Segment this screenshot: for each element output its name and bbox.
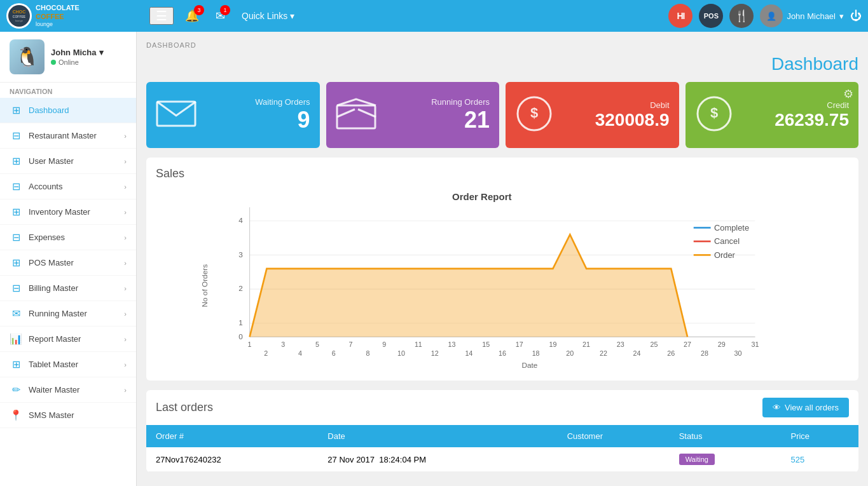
- svg-text:9: 9: [382, 341, 386, 348]
- sidebar-item-waiter-master[interactable]: ✏ Waiter Master ›: [0, 377, 136, 403]
- sidebar-item-label: Restaurant Master: [29, 131, 97, 140]
- tablet-master-icon: ⊞: [10, 358, 22, 370]
- sidebar-item-label: SMS Master: [29, 410, 74, 420]
- orders-header: Last orders 👁 View all orders: [146, 390, 858, 425]
- accounts-icon: ⊟: [10, 180, 22, 192]
- settings-gear-icon[interactable]: ⚙: [843, 87, 853, 101]
- svg-text:$: $: [710, 105, 717, 121]
- notifications-button[interactable]: 🔔 3: [180, 6, 204, 25]
- running-master-icon: ✉: [10, 307, 22, 320]
- user-master-icon: ⊞: [10, 155, 22, 167]
- svg-text:25: 25: [650, 341, 658, 348]
- svg-text:4: 4: [298, 349, 302, 357]
- customer-cell: [558, 447, 670, 472]
- sidebar-status: Online: [51, 58, 127, 66]
- sidebar-item-label: User Master: [29, 156, 74, 166]
- sidebar-item-label: Dashboard: [29, 105, 69, 115]
- svg-text:6: 6: [332, 349, 336, 357]
- debit-coin-icon: $: [515, 95, 553, 135]
- waiting-orders-label: Waiting Orders: [207, 97, 310, 107]
- sidebar-item-report-master[interactable]: 📊 Report Master ›: [0, 327, 136, 352]
- svg-text:Date: Date: [522, 361, 538, 370]
- status-dot: [51, 60, 56, 65]
- sidebar-item-expenses[interactable]: ⊟ Expenses ›: [0, 225, 136, 250]
- debit-card[interactable]: $ Debit 320008.9: [506, 82, 679, 148]
- sidebar-item-user-master[interactable]: ⊞ User Master ›: [0, 149, 136, 174]
- sidebar-user-info: John Micha ▾ Online: [51, 48, 127, 66]
- sidebar-item-label: POS Master: [29, 258, 74, 267]
- chevron-right-icon: ›: [124, 158, 127, 165]
- restaurant-icon-button[interactable]: 🍴: [729, 4, 754, 28]
- waiting-orders-card[interactable]: Waiting Orders 9: [146, 82, 320, 148]
- sidebar-item-tablet-master[interactable]: ⊞ Tablet Master ›: [0, 352, 136, 377]
- svg-text:$: $: [530, 105, 538, 121]
- sidebar-item-running-master[interactable]: ✉ Running Master ›: [0, 301, 136, 327]
- waiting-orders-value: 9: [207, 107, 310, 133]
- quick-links-button[interactable]: Quick Links ▾: [237, 8, 300, 24]
- sidebar-item-sms-master[interactable]: 📍 SMS Master: [0, 403, 136, 428]
- running-orders-card[interactable]: Running Orders 21: [326, 82, 500, 148]
- svg-text:Order: Order: [714, 250, 736, 260]
- svg-text:23: 23: [617, 341, 624, 348]
- running-orders-text: Running Orders 21: [387, 97, 490, 133]
- svg-text:3: 3: [238, 250, 243, 259]
- app-name-text: CHOCOLATE COFFEE lounge: [36, 4, 79, 27]
- svg-text:Complete: Complete: [714, 223, 749, 233]
- chevron-right-icon: ›: [124, 132, 127, 140]
- svg-text:16: 16: [499, 349, 506, 357]
- price-link[interactable]: 525: [790, 455, 804, 464]
- col-order-num: Order #: [146, 425, 318, 447]
- user-menu-button[interactable]: 👤 John Michael ▾: [760, 4, 844, 27]
- eye-icon: 👁: [773, 403, 781, 412]
- svg-text:24: 24: [633, 349, 641, 357]
- view-all-orders-button[interactable]: 👁 View all orders: [762, 398, 849, 417]
- sidebar-item-dashboard[interactable]: ⊞ Dashboard: [0, 98, 136, 123]
- sidebar-item-label: Report Master: [29, 334, 81, 344]
- sidebar-item-accounts[interactable]: ⊟ Accounts ›: [0, 174, 136, 199]
- debit-text: Debit 320008.9: [563, 100, 670, 130]
- power-button[interactable]: ⏻: [850, 10, 862, 23]
- last-orders-title: Last orders: [156, 401, 213, 414]
- sales-chart: Order Report No of Orders Date 0 1 2 3: [156, 187, 849, 371]
- hamburger-button[interactable]: ☰: [149, 7, 174, 25]
- svg-text:22: 22: [600, 349, 607, 357]
- waiting-orders-text: Waiting Orders 9: [207, 97, 310, 133]
- logo-icon: CHOC COFFEE lounge: [6, 3, 32, 29]
- sidebar-item-label: Inventory Master: [29, 207, 90, 217]
- sidebar-item-billing-master[interactable]: ⊟ Billing Master ›: [0, 276, 136, 301]
- last-orders-section: Last orders 👁 View all orders Order # Da…: [146, 390, 858, 472]
- order-num-cell: 27Nov176240232: [146, 447, 318, 472]
- sidebar-item-label: Accounts: [29, 182, 62, 191]
- messages-button[interactable]: ✉ 1: [210, 6, 230, 25]
- svg-text:30: 30: [734, 349, 742, 357]
- inventory-master-icon: ⊞: [10, 206, 22, 218]
- sidebar-item-pos-master[interactable]: ⊞ POS Master ›: [0, 250, 136, 276]
- sidebar-item-inventory-master[interactable]: ⊞ Inventory Master ›: [0, 199, 136, 225]
- credit-card[interactable]: $ Credit 26239.75 ⚙: [685, 82, 859, 148]
- svg-text:12: 12: [431, 349, 439, 357]
- user-name-label: John Michael: [787, 11, 836, 21]
- svg-text:11: 11: [415, 341, 422, 348]
- billing-master-icon: ⊟: [10, 282, 22, 294]
- svg-text:19: 19: [549, 341, 557, 348]
- date-cell: 27 Nov 2017 18:24:04 PM: [318, 447, 557, 472]
- svg-text:3: 3: [281, 341, 285, 348]
- sidebar-item-restaurant-master[interactable]: ⊟ Restaurant Master ›: [0, 123, 136, 149]
- svg-text:CHOC: CHOC: [13, 10, 26, 14]
- notifications-badge: 3: [194, 5, 204, 15]
- svg-text:1: 1: [248, 341, 252, 348]
- credit-label: Credit: [743, 100, 850, 110]
- pos-icon-button[interactable]: POS: [699, 4, 723, 28]
- chevron-right-icon: ›: [124, 310, 127, 318]
- svg-text:7: 7: [349, 341, 353, 348]
- hi-icon-button[interactable]: HI: [668, 4, 692, 28]
- chevron-right-icon: ›: [124, 234, 127, 241]
- svg-text:lounge: lounge: [15, 19, 24, 22]
- svg-text:14: 14: [465, 349, 472, 357]
- sidebar-username-dropdown[interactable]: ▾: [99, 48, 104, 57]
- sidebar-item-label: Running Master: [29, 309, 87, 318]
- sales-title: Sales: [156, 167, 849, 180]
- chevron-right-icon: ›: [124, 259, 127, 267]
- svg-marker-58: [250, 234, 687, 337]
- chevron-right-icon: ›: [124, 361, 127, 368]
